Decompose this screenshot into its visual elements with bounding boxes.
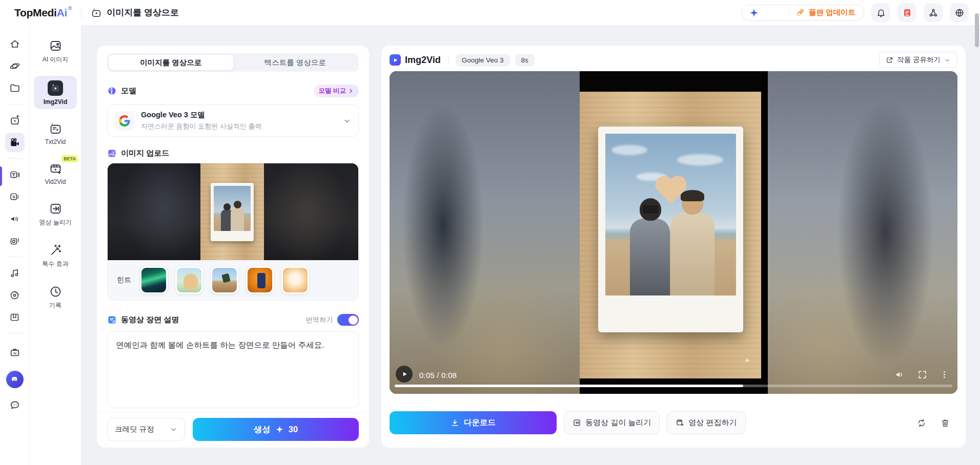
hint-row: 힌트: [108, 260, 358, 300]
preview-center: [200, 163, 264, 260]
sidebar-item-extend-video[interactable]: 영상 늘리기: [34, 197, 77, 230]
explore-icon[interactable]: [5, 56, 25, 76]
hint-label: 힌트: [117, 276, 131, 285]
divider: [7, 158, 23, 159]
volume-icon[interactable]: [894, 369, 905, 380]
sidebar-item-ai-image[interactable]: AI 이미지: [34, 34, 77, 68]
polaroid-frame: [598, 126, 743, 332]
preview-blur-left: [108, 163, 201, 260]
sidebar-item-special-effects[interactable]: 특수 효과: [34, 239, 77, 272]
fullscreen-icon[interactable]: [917, 370, 927, 379]
img2vid-icon: [91, 7, 102, 18]
result-title: Img2Vid: [405, 55, 441, 66]
edit-video-icon: [676, 418, 684, 427]
chat-support-icon[interactable]: [5, 395, 25, 415]
app-logo[interactable]: TopMediAi®: [14, 7, 72, 19]
globe-icon: [954, 8, 965, 18]
hint-thumbnail-bottle[interactable]: [246, 266, 274, 294]
model-select[interactable]: Google Veo 3 모델 자연스러운 음향이 포함된 사실적인 출력: [107, 104, 359, 137]
model-section-label: 모델: [121, 86, 136, 96]
progress-bar[interactable]: [395, 385, 952, 387]
sparkle-icon: [275, 425, 284, 434]
upload-section-label: 이미지 업로드: [121, 149, 169, 158]
promotions-button[interactable]: [897, 3, 916, 22]
ai-tools-icon[interactable]: AI: [5, 343, 25, 362]
polaroid-photo: [605, 134, 736, 295]
plan-update-label: 플랜 업데이트: [809, 8, 855, 17]
speaker-icon[interactable]: [5, 209, 25, 228]
svg-text:AI: AI: [13, 352, 16, 355]
play-button[interactable]: [396, 366, 413, 383]
time-display: 0:05 / 0:08: [419, 371, 457, 379]
hint-thumbnail-aurora[interactable]: [140, 266, 168, 294]
topbar: TopMediAi® 이미지를 영상으로 플랜 업데이트: [0, 0, 980, 25]
sidebar-item-vid2vid[interactable]: BETA Vid2Vid: [34, 157, 77, 189]
folder-icon[interactable]: [5, 78, 25, 98]
credit-rule-select[interactable]: 크레딧 규정: [107, 418, 185, 441]
magic-wand-icon: [49, 243, 63, 257]
composer-footer: 크레딧 규정 생성 30: [97, 412, 369, 448]
language-button[interactable]: [950, 3, 969, 22]
composer-panel: 이미지를 영상으로 텍스트를 영상으로 모델 모델 비교 Google Veo …: [97, 46, 369, 448]
image-icon: [49, 39, 63, 53]
progress-fill: [395, 385, 743, 387]
edit-video-button[interactable]: 영상 편집하기: [667, 411, 745, 434]
download-icon: [451, 418, 459, 427]
regenerate-icon[interactable]: [916, 418, 927, 428]
promo-card-icon: [902, 8, 912, 18]
camera-video-icon[interactable]: [5, 133, 25, 152]
kebab-menu-icon[interactable]: [940, 370, 949, 379]
video-create-icon[interactable]: [5, 111, 25, 130]
page-scrollbar[interactable]: [975, 13, 979, 47]
discord-icon[interactable]: [6, 371, 24, 388]
affiliate-button[interactable]: [924, 3, 943, 22]
video-center: ✦: [580, 71, 761, 394]
model-description: 자연스러운 음향이 포함된 사실적인 출력: [141, 122, 261, 131]
voice-clone-icon[interactable]: S: [5, 187, 25, 206]
plan-pill[interactable]: 플랜 업데이트: [741, 5, 864, 20]
prompt-container: 연예인과 함께 볼에 손하트를 하는 장면으로 만들어 주세요.: [107, 331, 359, 408]
tab-text-to-video[interactable]: 텍스트를 영상으로: [233, 55, 358, 70]
extend-video-icon: [49, 202, 63, 216]
video-blur-right: [768, 71, 957, 394]
scene-description-icon: [107, 315, 117, 325]
share-work-button[interactable]: 작품 공유하기: [879, 52, 957, 68]
watermark-sparkle-icon: ✦: [744, 355, 751, 366]
translate-toggle[interactable]: [337, 314, 359, 326]
download-button[interactable]: 다운로드: [390, 411, 557, 434]
translate-label: 번역하기: [305, 315, 333, 325]
divider: [7, 104, 23, 104]
recorder-icon[interactable]: [5, 231, 25, 250]
generate-button[interactable]: 생성 30: [193, 418, 359, 441]
prompt-input[interactable]: 연예인과 함께 볼에 손하트를 하는 장면으로 만들어 주세요.: [116, 339, 350, 400]
hint-thumbnail-teddy-bear[interactable]: [175, 266, 203, 294]
tab-image-to-video[interactable]: 이미지를 영상으로: [109, 55, 233, 70]
uploaded-image-preview[interactable]: [108, 163, 358, 260]
vinyl-icon[interactable]: [5, 285, 25, 305]
text-to-speech-icon[interactable]: [5, 165, 25, 184]
duration-badge: 8s: [515, 54, 535, 67]
sidebar-item-img2vid[interactable]: Img2Vid: [34, 76, 77, 109]
sidebar-item-history[interactable]: 기록: [34, 280, 77, 313]
active-indicator: [0, 166, 2, 186]
divider: [7, 333, 23, 333]
home-icon[interactable]: [5, 34, 25, 54]
piano-icon[interactable]: [5, 307, 25, 327]
hint-thumbnail-motocross[interactable]: [211, 266, 238, 294]
divider: [789, 9, 789, 17]
extend-video-icon: [573, 418, 581, 427]
music-icon[interactable]: [5, 263, 25, 283]
model-name: Google Veo 3 모델: [141, 110, 261, 120]
image-upload-icon: [107, 149, 117, 158]
hint-thumbnail-cat[interactable]: [281, 266, 309, 294]
notifications-button[interactable]: [871, 3, 890, 22]
sparkle-icon: [749, 8, 789, 18]
video-blur-left: [390, 71, 580, 394]
beta-badge: BETA: [62, 155, 78, 162]
video-player[interactable]: ✦ 0:05 / 0:08: [390, 71, 957, 394]
delete-icon[interactable]: [940, 418, 950, 428]
upload-box: 힌트: [107, 163, 359, 301]
extend-video-button[interactable]: 동영상 길이 늘리기: [564, 411, 660, 434]
sidebar-item-txt2vid[interactable]: Txt2Vid: [34, 117, 77, 149]
model-compare-link[interactable]: 모델 비교: [314, 84, 359, 97]
